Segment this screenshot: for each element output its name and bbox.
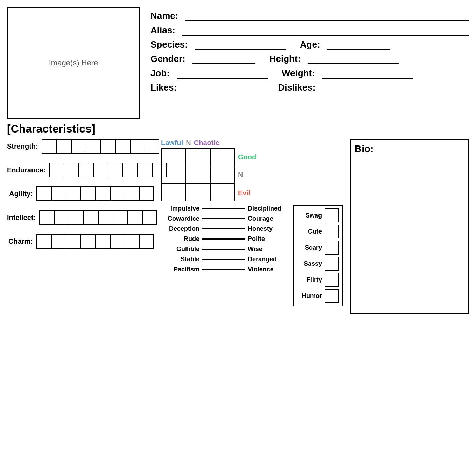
trait-line (202, 259, 245, 260)
trait-line (202, 218, 245, 219)
trait-violence-label: Violence (248, 266, 290, 273)
alignment-side-labels: Good N Evil (235, 148, 256, 202)
trait-cowardice-row: Cowardice Courage (161, 215, 290, 222)
name-line (185, 20, 469, 21)
intellect-label: Intellect: (7, 214, 36, 222)
height-label: Height: (270, 54, 301, 64)
trait-stable-row: Stable Deranged (161, 256, 290, 263)
traits-section: Impulsive Disciplined Cowardice Courage … (161, 205, 290, 306)
fields-section: Name: Alias: Species: Age: Gender: Heigh… (150, 7, 469, 119)
charm-row: Charm: (7, 234, 154, 249)
stat-box (125, 186, 139, 201)
trait-deception-row: Deception Honesty (161, 225, 290, 233)
stat-box (83, 210, 98, 225)
align-cell-lg (162, 149, 186, 166)
species-age-row: Species: Age: (150, 39, 469, 50)
trait-pacifism-row: Pacifism Violence (161, 266, 290, 273)
intellect-row: Intellect: (7, 210, 154, 225)
trait-honesty-label: Honesty (248, 225, 290, 233)
stat-box (122, 163, 137, 177)
trait-rude-row: Rude Polite (161, 235, 290, 243)
job-line (177, 78, 268, 79)
charm-boxes (36, 234, 154, 249)
stat-box (115, 139, 130, 154)
bio-section: Bio: (350, 139, 469, 314)
align-cell-ng (186, 149, 211, 166)
align-cell-cg (211, 149, 235, 166)
special-scary-box[interactable] (325, 241, 339, 255)
special-humor-label: Humor (298, 292, 322, 300)
alignment-header: Lawful N Chaotic (161, 139, 343, 147)
stat-box (78, 163, 93, 177)
special-swag-row: Swag (298, 208, 339, 222)
stat-box (127, 210, 142, 225)
trait-wise-label: Wise (248, 245, 290, 253)
trait-polite-label: Polite (248, 235, 290, 243)
stat-box (56, 139, 71, 154)
special-traits-section: Swag Cute Scary Sassy (293, 205, 343, 306)
stat-box (100, 139, 115, 154)
agility-boxes (36, 186, 154, 201)
strength-row: Strength: (7, 139, 154, 154)
stat-box (71, 139, 86, 154)
weight-line (322, 78, 413, 79)
stat-box (36, 234, 51, 249)
alignment-lawful-label: Lawful (161, 139, 183, 147)
job-label: Job: (150, 68, 170, 79)
special-humor-row: Humor (298, 289, 339, 303)
trait-rude-label: Rude (161, 235, 200, 243)
characteristics-section: [Characteristics] Strength: Enduranc (7, 122, 469, 314)
stat-box (113, 210, 127, 225)
special-flirty-box[interactable] (325, 273, 339, 287)
gender-line (192, 63, 255, 64)
stat-box (39, 210, 54, 225)
trait-deranged-label: Deranged (248, 256, 290, 263)
trait-deception-label: Deception (161, 225, 200, 233)
endurance-row: Endurance: (7, 163, 154, 177)
special-humor-box[interactable] (325, 289, 339, 303)
special-scary-label: Scary (298, 244, 322, 251)
trait-line (202, 208, 245, 209)
alignment-section: Lawful N Chaotic (161, 139, 343, 202)
alignment-grid-container: Good N Evil (161, 148, 343, 202)
stat-box (80, 186, 95, 201)
name-label: Name: (150, 10, 178, 21)
charm-label: Charm: (7, 237, 33, 245)
stat-box (108, 163, 122, 177)
stat-box (139, 186, 154, 201)
stat-box (139, 234, 154, 249)
trait-impulsive-label: Impulsive (161, 205, 200, 212)
stat-box (36, 186, 51, 201)
image-placeholder: Image(s) Here (7, 7, 140, 119)
alignment-grid (161, 148, 235, 201)
stat-box (51, 186, 66, 201)
stat-box (66, 234, 80, 249)
trait-line (202, 249, 245, 250)
alignment-n-side-label: N (238, 171, 256, 179)
alias-line (182, 35, 469, 36)
align-cell-ne (186, 184, 211, 201)
job-weight-row: Job: Weight: (150, 68, 469, 79)
alignment-evil-label: Evil (238, 189, 256, 197)
special-sassy-box[interactable] (325, 257, 339, 271)
special-cute-label: Cute (298, 228, 322, 235)
special-cute-row: Cute (298, 225, 339, 238)
characteristics-title: [Characteristics] (7, 122, 469, 135)
stat-box (49, 163, 64, 177)
gender-label: Gender: (150, 54, 186, 64)
special-swag-box[interactable] (325, 208, 339, 222)
trait-courage-label: Courage (248, 215, 290, 222)
trait-disciplined-label: Disciplined (248, 205, 290, 212)
stat-box (69, 210, 83, 225)
likes-dislikes-row: Likes: Dislikes: (150, 82, 469, 93)
alignment-good-label: Good (238, 153, 256, 161)
align-cell-tn (186, 166, 211, 184)
gender-height-row: Gender: Height: (150, 54, 469, 64)
special-flirty-label: Flirty (298, 276, 322, 284)
stat-box (95, 186, 110, 201)
height-line (308, 63, 399, 64)
trait-line (202, 228, 245, 229)
align-cell-cn (211, 166, 235, 184)
special-cute-box[interactable] (325, 225, 339, 238)
stat-box (66, 186, 80, 201)
